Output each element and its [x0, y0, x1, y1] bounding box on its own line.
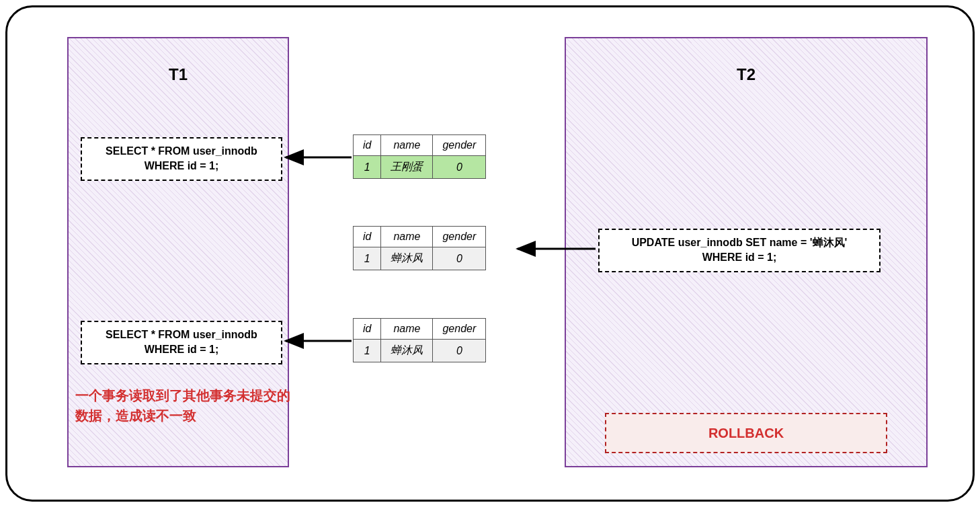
th-name: name: [381, 319, 433, 340]
rollback-label: ROLLBACK: [708, 426, 784, 441]
sql-line: UPDATE user_innodb SET name = '蝉沐风': [604, 235, 875, 250]
th-name: name: [381, 135, 433, 156]
sql-line: SELECT * FROM user_innodb: [86, 327, 277, 342]
th-id: id: [354, 135, 381, 156]
cell-name: 王刚蛋: [381, 156, 433, 179]
result-table-3: id name gender 1 蝉沐风 0: [353, 318, 486, 362]
cell-name: 蝉沐风: [381, 247, 433, 270]
t1-title: T1: [69, 38, 288, 84]
sql-line: WHERE id = 1;: [86, 342, 277, 357]
result-table-2: id name gender 1 蝉沐风 0: [353, 226, 486, 270]
th-id: id: [354, 227, 381, 247]
table-row: 1 蝉沐风 0: [354, 340, 486, 362]
cell-gender: 0: [433, 247, 486, 270]
cell-id: 1: [354, 340, 381, 362]
th-id: id: [354, 319, 381, 340]
sql-update: UPDATE user_innodb SET name = '蝉沐风' WHER…: [598, 229, 881, 272]
table-row: 1 王刚蛋 0: [354, 156, 486, 179]
cell-name: 蝉沐风: [381, 340, 433, 362]
t2-title: T2: [566, 38, 926, 84]
th-gender: gender: [433, 319, 486, 340]
sql-line: WHERE id = 1;: [604, 250, 875, 265]
sql-select-1: SELECT * FROM user_innodb WHERE id = 1;: [81, 137, 282, 181]
sql-select-2: SELECT * FROM user_innodb WHERE id = 1;: [81, 321, 282, 364]
dirty-read-note: 一个事务读取到了其他事务未提交的数据，造成读不一致: [75, 385, 290, 426]
th-name: name: [381, 227, 433, 247]
cell-id: 1: [354, 156, 381, 179]
table-row: 1 蝉沐风 0: [354, 247, 486, 270]
result-table-1: id name gender 1 王刚蛋 0: [353, 134, 486, 179]
sql-rollback: ROLLBACK: [605, 413, 887, 453]
sql-line: WHERE id = 1;: [86, 159, 277, 173]
cell-id: 1: [354, 247, 381, 270]
th-gender: gender: [433, 227, 486, 247]
th-gender: gender: [433, 135, 486, 156]
cell-gender: 0: [433, 340, 486, 362]
sql-line: SELECT * FROM user_innodb: [86, 144, 277, 159]
cell-gender: 0: [433, 156, 486, 179]
